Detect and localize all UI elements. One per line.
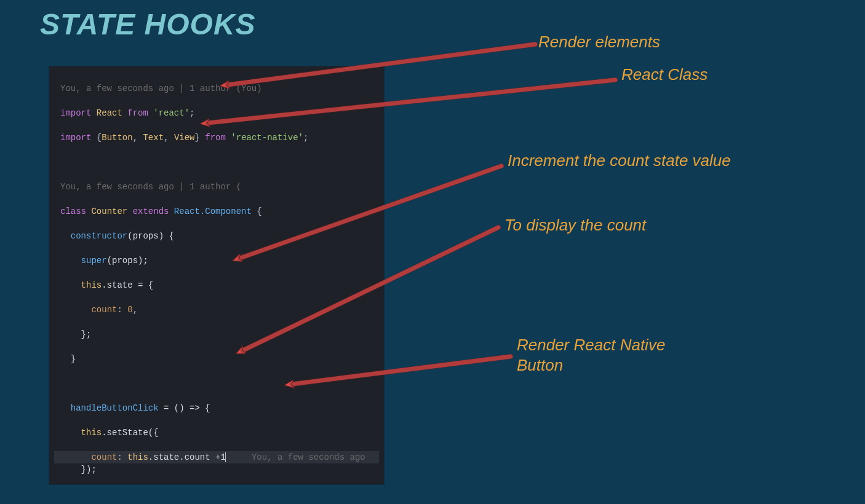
- codelens-top: You, a few seconds ago | 1 author (You): [54, 82, 379, 95]
- code-line-ctor: constructor(props) {: [54, 230, 379, 242]
- code-line-import-react: import React from 'react';: [54, 107, 379, 119]
- annotation-react-class: React Class: [621, 65, 708, 85]
- code-line-count0: count: 0,: [54, 304, 379, 316]
- codelens-inline: You, a few seconds ago: [252, 452, 365, 462]
- code-line-super: super(props);: [54, 254, 379, 267]
- codelens-class: You, a few seconds ago | 1 author (: [54, 181, 379, 193]
- code-line-close-setstate: });: [54, 463, 379, 476]
- code-line-class: class Counter extends React.Component {: [54, 205, 379, 218]
- code-line-increment: count: this.state.count +1 You, a few se…: [54, 451, 379, 463]
- code-line-close-ctor: }: [54, 353, 379, 365]
- slide-title: STATE HOOKS: [40, 7, 256, 41]
- annotation-render-button: Render React Native Button: [517, 335, 714, 375]
- code-line-this-state: this.state = {: [54, 279, 379, 291]
- annotation-increment: Increment the count state value: [508, 151, 731, 171]
- code-line-close-state: };: [54, 328, 379, 341]
- annotation-render-elements: Render elements: [538, 32, 660, 52]
- blank: [54, 377, 379, 390]
- text-caret: [225, 452, 226, 462]
- code-line-import-rn: import {Button, Text, View} from 'react-…: [54, 132, 379, 144]
- slide: STATE HOOKS Render elements React Class …: [0, 0, 865, 504]
- code-editor: You, a few seconds ago | 1 author (You) …: [49, 66, 384, 484]
- code-line-handleclick: handleButtonClick = () => {: [54, 402, 379, 414]
- blank: [54, 156, 379, 168]
- code-line-setstate: this.setState({: [54, 427, 379, 439]
- annotation-display-count: To display the count: [504, 215, 646, 235]
